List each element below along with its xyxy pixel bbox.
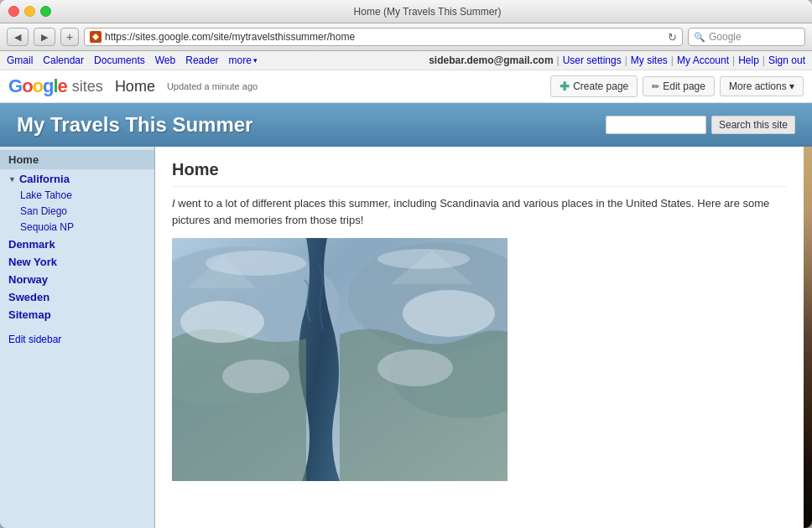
sites-logo: Google sites Home Updated a minute ago xyxy=(8,75,258,97)
browser-search-bar[interactable]: 🔍 Google xyxy=(688,28,805,46)
svg-point-11 xyxy=(206,251,306,276)
more-actions-button[interactable]: More actions ▾ xyxy=(720,76,804,96)
sidebar: Home ▼ California Lake Tahoe San Diego S… xyxy=(0,147,155,528)
separator: | xyxy=(625,54,627,66)
sidebar-item-norway[interactable]: Norway xyxy=(0,270,154,287)
new-tab-button[interactable]: + xyxy=(60,28,79,46)
google-user-links: sidebar.demo@gmail.com | User settings |… xyxy=(429,54,805,66)
help-link[interactable]: Help xyxy=(738,54,759,66)
photo-container xyxy=(172,238,787,486)
edit-page-button[interactable]: ✏ Edit page xyxy=(643,76,715,96)
separator: | xyxy=(557,54,560,66)
sequoia-np-link[interactable]: Sequoia NP xyxy=(20,221,74,233)
calendar-link[interactable]: Calendar xyxy=(43,54,84,66)
security-icon xyxy=(90,31,102,43)
san-diego-link[interactable]: San Diego xyxy=(20,205,67,217)
svg-point-6 xyxy=(403,290,495,337)
browser-window: Home (My Travels This Summer) ◀ ▶ + http… xyxy=(0,0,812,528)
main-content: Home I went to a lot of different places… xyxy=(155,147,804,528)
create-page-label: Create page xyxy=(573,80,628,92)
google-nav-links: Gmail Calendar Documents Web Reader more… xyxy=(7,54,258,66)
user-settings-link[interactable]: User settings xyxy=(563,54,622,66)
google-logo: Google xyxy=(8,75,67,97)
back-button[interactable]: ◀ xyxy=(7,28,29,46)
page-body: I went to a lot of different places this… xyxy=(172,195,787,486)
more-actions-label: More actions ▾ xyxy=(729,80,794,92)
lake-tahoe-link[interactable]: Lake Tahoe xyxy=(20,189,72,201)
close-button[interactable] xyxy=(8,6,19,17)
site-search: Search this site xyxy=(606,116,795,134)
sidebar-item-sitemap[interactable]: Sitemap xyxy=(0,305,154,323)
content-area: Home ▼ California Lake Tahoe San Diego S… xyxy=(0,147,812,528)
new-york-link[interactable]: New York xyxy=(8,256,57,268)
edit-sidebar-link[interactable]: Edit sidebar xyxy=(8,334,61,345)
svg-point-5 xyxy=(180,301,264,343)
edit-sidebar[interactable]: Edit sidebar xyxy=(0,326,154,352)
collapse-icon[interactable]: ▼ xyxy=(8,175,16,184)
address-bar[interactable]: https://sites.google.com/site/mytravelst… xyxy=(84,28,683,46)
right-decorative-panel xyxy=(804,147,812,528)
titlebar: Home (My Travels This Summer) xyxy=(0,0,812,23)
search-icon: 🔍 xyxy=(694,32,705,43)
sidebar-item-denmark[interactable]: Denmark xyxy=(0,235,154,252)
my-sites-link[interactable]: My sites xyxy=(631,54,668,66)
svg-point-12 xyxy=(377,249,470,269)
reader-link[interactable]: Reader xyxy=(185,54,218,66)
sites-header: Google sites Home Updated a minute ago ✚… xyxy=(0,70,812,103)
sites-label: sites xyxy=(72,78,103,96)
google-toolbar: Gmail Calendar Documents Web Reader more… xyxy=(0,51,812,70)
more-dropdown-arrow: ▾ xyxy=(253,56,258,65)
sidebar-item-new-york[interactable]: New York xyxy=(0,252,154,270)
user-email: sidebar.demo@gmail.com xyxy=(429,54,553,66)
sidebar-item-california[interactable]: ▼ California xyxy=(0,169,154,187)
sidebar-nav: Home ▼ California Lake Tahoe San Diego S… xyxy=(0,147,154,326)
sweden-link[interactable]: Sweden xyxy=(8,291,49,303)
sitemap-link[interactable]: Sitemap xyxy=(8,308,51,321)
sidebar-item-lake-tahoe[interactable]: Lake Tahoe xyxy=(0,187,154,203)
refresh-button[interactable]: ↻ xyxy=(668,31,677,44)
separator: | xyxy=(671,54,674,66)
web-link[interactable]: Web xyxy=(155,54,175,66)
sidebar-item-sequoia-np[interactable]: Sequoia NP xyxy=(0,219,154,235)
sidebar-item-sweden[interactable]: Sweden xyxy=(0,287,154,305)
sites-page-name: Home xyxy=(115,78,155,96)
plus-icon: ✚ xyxy=(560,80,570,93)
travel-photo xyxy=(172,238,508,481)
site-search-input[interactable] xyxy=(606,116,706,134)
separator: | xyxy=(732,54,735,66)
sites-updated: Updated a minute ago xyxy=(167,81,258,91)
site-banner-title: My Travels This Summer xyxy=(17,113,252,137)
page-title: Home xyxy=(172,160,787,187)
minimize-button[interactable] xyxy=(24,6,35,17)
site-search-button[interactable]: Search this site xyxy=(711,116,795,134)
page-paragraph: I went to a lot of different places this… xyxy=(172,195,787,228)
more-link[interactable]: more ▾ xyxy=(229,54,258,66)
sites-actions: ✚ Create page ✏ Edit page More actions ▾ xyxy=(550,75,804,97)
pencil-icon: ✏ xyxy=(652,81,659,92)
california-collapse: ▼ California xyxy=(8,173,146,185)
gmail-link[interactable]: Gmail xyxy=(7,54,33,66)
traffic-lights xyxy=(8,6,51,17)
italic-i: I xyxy=(172,197,175,210)
documents-link[interactable]: Documents xyxy=(94,54,145,66)
sign-out-link[interactable]: Sign out xyxy=(768,54,805,66)
home-link[interactable]: Home xyxy=(8,153,39,166)
address-text: https://sites.google.com/site/mytravelst… xyxy=(105,31,664,43)
create-page-button[interactable]: ✚ Create page xyxy=(550,75,638,97)
site-banner: My Travels This Summer Search this site xyxy=(0,103,812,147)
norway-link[interactable]: Norway xyxy=(8,273,48,286)
my-account-link[interactable]: My Account xyxy=(677,54,729,66)
browser-toolbar: ◀ ▶ + https://sites.google.com/site/mytr… xyxy=(0,23,812,51)
edit-page-label: Edit page xyxy=(663,80,705,92)
window-title: Home (My Travels This Summer) xyxy=(51,6,804,18)
search-placeholder: Google xyxy=(709,31,742,43)
sidebar-item-home[interactable]: Home xyxy=(0,150,154,169)
forward-button[interactable]: ▶ xyxy=(34,28,55,46)
sidebar-item-san-diego[interactable]: San Diego xyxy=(0,203,154,219)
svg-point-7 xyxy=(222,360,289,393)
separator: | xyxy=(763,54,765,66)
maximize-button[interactable] xyxy=(40,6,51,17)
svg-point-8 xyxy=(377,349,453,386)
california-link[interactable]: California xyxy=(19,173,70,185)
denmark-link[interactable]: Denmark xyxy=(8,238,55,251)
